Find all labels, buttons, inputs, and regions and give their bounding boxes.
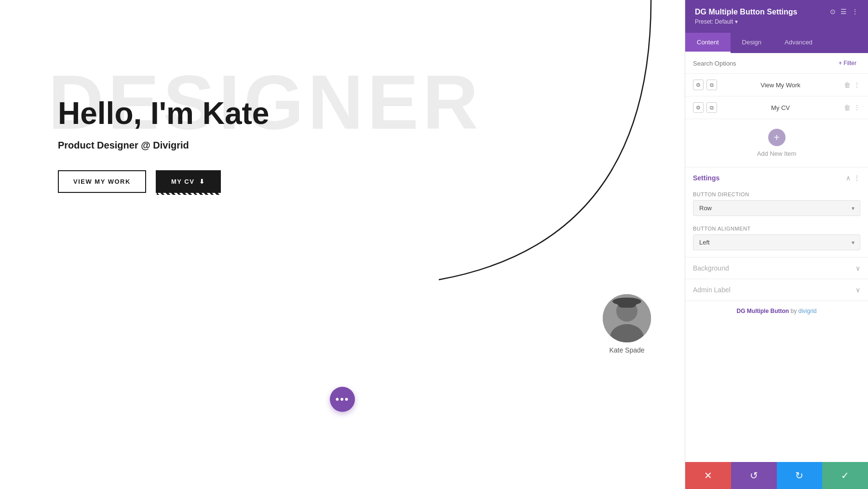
item-label-2: My CV [721, 104, 840, 111]
panel-title-group: DG Multiple Button Settings Preset: Defa… [695, 8, 797, 25]
header-icon-group: ⊙ ☰ ⋮ [830, 8, 858, 15]
settings-icon-2[interactable]: ⚙ [693, 102, 704, 113]
avatar [603, 294, 651, 342]
action-bar: ✕ ↺ ↻ ✓ [685, 462, 868, 489]
avatar-container: Kate Spade [603, 294, 651, 354]
more-icon-2[interactable]: ⋮ [854, 104, 860, 111]
panel-preset[interactable]: Preset: Default ▾ [695, 18, 797, 25]
redo-button[interactable]: ↻ [777, 462, 823, 489]
delete-icon-2[interactable]: 🗑 [844, 104, 851, 111]
button-alignment-select-wrapper: Left Center Right [693, 234, 860, 250]
settings-collapse-icon[interactable]: ∧ [846, 174, 851, 182]
panel-header: DG Multiple Button Settings Preset: Defa… [685, 0, 868, 33]
more-icon-1[interactable]: ⋮ [854, 81, 860, 89]
panel-body: ⚙ ⧉ View My Work 🗑 ⋮ ⚙ ⧉ My CV 🗑 ⋮ + [685, 74, 868, 462]
filter-button[interactable]: + Filter [835, 58, 860, 68]
fab-button[interactable]: ••• [330, 387, 355, 412]
settings-title: Settings [693, 174, 719, 182]
button-item-2: ⚙ ⧉ My CV 🗑 ⋮ [685, 96, 868, 119]
canvas-content: DESIGNER Hello, I'm Kate Product Designe… [0, 0, 685, 489]
arc-decoration [415, 0, 656, 289]
my-cv-label: MY CV [171, 178, 194, 185]
background-chevron-icon: ∨ [855, 264, 860, 272]
button-row: VIEW MY WORK MY CV ⬇ [58, 170, 269, 193]
button-alignment-select[interactable]: Left Center Right [693, 234, 860, 250]
footer-author-link[interactable]: divigrid [799, 308, 817, 314]
button-direction-field: Button Direction Row Column [685, 189, 868, 223]
search-input[interactable] [693, 60, 831, 67]
hero-content: Hello, I'm Kate Product Designer @ Divig… [58, 96, 269, 193]
hero-title: Hello, I'm Kate [58, 96, 269, 130]
admin-label: Admin Label [693, 286, 731, 294]
settings-more-icon[interactable]: ⋮ [854, 174, 860, 182]
admin-label-chevron-icon: ∨ [855, 286, 860, 294]
button-direction-select[interactable]: Row Column [693, 200, 860, 216]
my-cv-button[interactable]: MY CV ⬇ [156, 170, 221, 193]
cancel-button[interactable]: ✕ [685, 462, 731, 489]
tab-advanced[interactable]: Advanced [773, 33, 824, 53]
panel-title: DG Multiple Button Settings [695, 8, 797, 16]
footer-plugin-link[interactable]: DG Multiple Button [736, 308, 789, 314]
view-my-work-button[interactable]: VIEW MY WORK [58, 170, 146, 193]
panel-header-top: DG Multiple Button Settings Preset: Defa… [695, 8, 858, 25]
background-section[interactable]: Background ∨ [685, 257, 868, 279]
background-label: Background [693, 264, 729, 272]
item-actions-1: 🗑 ⋮ [844, 81, 860, 89]
tab-content[interactable]: Content [685, 33, 731, 53]
hero-subtitle: Product Designer @ Divigrid [58, 140, 269, 151]
button-direction-label: Button Direction [693, 191, 860, 197]
add-new-item-button[interactable]: + Add New Item [685, 119, 868, 167]
svg-rect-4 [617, 298, 637, 308]
canvas-area: DESIGNER Hello, I'm Kate Product Designe… [0, 0, 685, 489]
admin-label-section[interactable]: Admin Label ∨ [685, 279, 868, 300]
confirm-button[interactable]: ✓ [822, 462, 868, 489]
item-actions-2: 🗑 ⋮ [844, 104, 860, 111]
download-icon: ⬇ [199, 178, 205, 185]
settings-section-controls: ∧ ⋮ [846, 174, 860, 182]
settings-section-header[interactable]: Settings ∧ ⋮ [685, 167, 868, 189]
copy-icon-1[interactable]: ⧉ [706, 80, 717, 90]
tab-design[interactable]: Design [731, 33, 773, 53]
avatar-name: Kate Spade [603, 346, 651, 354]
item-label-1: View My Work [721, 82, 840, 89]
delete-icon-1[interactable]: 🗑 [844, 81, 851, 89]
add-circle-icon: + [768, 129, 786, 146]
button-direction-select-wrapper: Row Column [693, 200, 860, 216]
panel-footer: DG Multiple Button by divigrid [685, 300, 868, 321]
item-icons-1: ⚙ ⧉ [693, 80, 717, 90]
search-bar: + Filter [685, 53, 868, 74]
button-item-1: ⚙ ⧉ View My Work 🗑 ⋮ [685, 74, 868, 96]
add-label: Add New Item [757, 150, 797, 157]
panel-icon-more[interactable]: ⋮ [852, 8, 858, 15]
item-icons-2: ⚙ ⧉ [693, 102, 717, 113]
button-alignment-field: Button Alignment Left Center Right [685, 223, 868, 257]
settings-icon-1[interactable]: ⚙ [693, 80, 704, 90]
copy-icon-2[interactable]: ⧉ [706, 102, 717, 113]
panel-tabs: Content Design Advanced [685, 33, 868, 53]
right-panel: DG Multiple Button Settings Preset: Defa… [685, 0, 868, 489]
undo-button[interactable]: ↺ [731, 462, 777, 489]
footer-by: by [790, 308, 797, 314]
button-alignment-label: Button Alignment [693, 226, 860, 231]
panel-icon-target[interactable]: ⊙ [830, 8, 836, 15]
panel-icon-columns[interactable]: ☰ [841, 8, 847, 15]
